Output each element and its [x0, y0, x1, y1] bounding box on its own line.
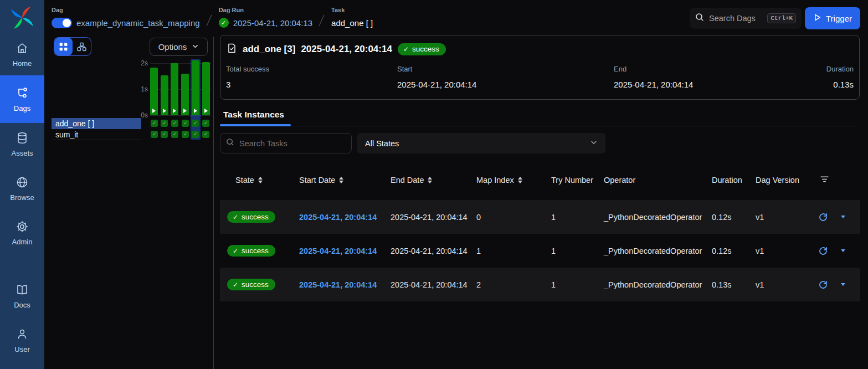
dags-icon — [16, 86, 29, 100]
run-type-play-icon — [204, 109, 208, 113]
sidebar-item-assets[interactable]: Assets — [0, 129, 44, 160]
run-type-play-icon — [152, 109, 156, 113]
stat-total-success: Total success 3 — [226, 65, 397, 89]
clear-task-button[interactable] — [819, 280, 828, 289]
tab-task-instances[interactable]: Task Instances — [223, 110, 284, 120]
column-header-label: Duration — [712, 176, 742, 184]
options-button-label: Options — [158, 42, 187, 52]
sort-icon[interactable] — [258, 177, 263, 183]
run-duration-bar[interactable] — [150, 68, 158, 115]
status-badge: ✓ success — [398, 43, 446, 55]
options-button[interactable]: Options — [150, 38, 208, 56]
task-summary-card: add_one [3] 2025-04-21, 20:04:14 ✓ succe… — [220, 35, 860, 100]
column-header-dag-version: Dag Version — [756, 176, 809, 184]
try-number-cell: 1 — [551, 280, 604, 289]
operator-cell: _PythonDecoratedOperator — [604, 280, 712, 289]
column-header-operator: Operator — [604, 176, 712, 184]
task-instance-square-success[interactable]: ✓ — [182, 120, 189, 127]
run-type-play-icon — [183, 109, 187, 113]
tabs-bar: Task Instances — [220, 108, 860, 127]
run-duration-bar[interactable] — [202, 62, 210, 115]
dag-version-cell: v1 — [756, 280, 809, 289]
task-search-box[interactable] — [220, 133, 352, 153]
sort-icon[interactable] — [339, 177, 343, 183]
column-header-start-date[interactable]: Start Date — [299, 176, 391, 184]
graph-view-button[interactable] — [73, 38, 91, 55]
task-instance-square-success[interactable]: ✓ — [202, 120, 209, 127]
grid-view-button[interactable] — [54, 38, 73, 55]
task-instance-square-success[interactable]: ✓ — [202, 131, 209, 138]
check-icon: ✓ — [233, 248, 238, 254]
clear-task-button[interactable] — [819, 213, 828, 222]
task-instance-square-success[interactable]: ✓ — [151, 120, 158, 127]
airflow-logo[interactable] — [10, 6, 34, 30]
table-row[interactable]: ✓success2025-04-21, 20:04:142025-04-21, … — [220, 268, 860, 301]
run-duration-bar[interactable] — [181, 74, 189, 115]
task-instance-square-success[interactable]: ✓ — [161, 120, 168, 127]
table-header: StateStart DateEnd DateMap IndexTry Numb… — [220, 169, 860, 191]
column-header-map-index[interactable]: Map Index — [476, 176, 551, 184]
dag-pause-toggle[interactable] — [52, 18, 72, 28]
clear-task-button[interactable] — [819, 247, 828, 255]
sidebar-item-docs[interactable]: Docs — [0, 280, 44, 311]
column-filter-icon[interactable] — [809, 175, 860, 186]
duration-cell: 0.13s — [712, 280, 756, 289]
try-number-cell: 1 — [551, 213, 604, 222]
tabs-divider — [220, 126, 860, 126]
task-row-label[interactable]: sum_it — [52, 129, 141, 140]
panel-divider[interactable] — [213, 37, 214, 369]
sidebar-item-label: User — [14, 345, 29, 353]
run-duration-bar[interactable] — [171, 63, 178, 115]
admin-icon — [16, 220, 29, 233]
sidebar-item-user[interactable]: User — [0, 325, 44, 356]
task-instance-square-success[interactable]: ✓ — [161, 131, 168, 138]
run-type-play-icon — [163, 109, 166, 113]
task-instance-square-success[interactable]: ✓ — [171, 131, 178, 138]
column-header-end-date[interactable]: End Date — [391, 176, 476, 184]
task-instance-square-success[interactable]: ✓ — [182, 131, 189, 138]
table-row[interactable]: ✓success2025-04-21, 20:04:142025-04-21, … — [220, 200, 860, 234]
task-instance-square-success[interactable]: ✓ — [151, 131, 158, 138]
chevron-down-icon — [192, 42, 199, 52]
task-search-input[interactable] — [239, 139, 346, 148]
run-duration-bar[interactable] — [192, 60, 199, 115]
sidebar-item-browse[interactable]: Browse — [0, 173, 44, 204]
status-badge: ✓success — [227, 279, 275, 291]
task-timestamp: 2025-04-21, 20:04:14 — [301, 44, 392, 55]
state-filter-value: All States — [365, 139, 590, 148]
task-instance-square-success[interactable]: ✓ — [192, 131, 199, 138]
task-instance-square-success[interactable]: ✓ — [192, 120, 199, 127]
start-date-link[interactable]: 2025-04-21, 20:04:14 — [299, 280, 377, 289]
start-date-link[interactable]: 2025-04-21, 20:04:14 — [299, 213, 377, 222]
sidebar-item-label: Admin — [12, 238, 33, 246]
sort-icon[interactable] — [518, 177, 522, 183]
task-row-label[interactable]: add_one [ ] — [52, 118, 141, 129]
sidebar-item-dags[interactable]: Dags — [0, 75, 44, 123]
row-menu-caret[interactable] — [841, 216, 845, 218]
run-duration-bar[interactable] — [161, 75, 168, 115]
sidebar-item-label: Docs — [14, 301, 30, 309]
column-header-state[interactable]: State — [220, 176, 299, 184]
breadcrumb-dag: Dag example_dynamic_task_mapping — [52, 7, 200, 29]
status-badge: ✓success — [227, 211, 275, 223]
sidebar-item-admin[interactable]: Admin — [0, 217, 44, 248]
run-type-play-icon — [173, 109, 176, 113]
column-header-label: End Date — [391, 176, 424, 184]
column-header-duration: Duration — [712, 176, 756, 184]
row-menu-caret[interactable] — [841, 249, 845, 252]
docs-icon — [16, 283, 29, 296]
task-instance-square-success[interactable]: ✓ — [171, 120, 178, 127]
y-axis-tick: 2s — [131, 59, 148, 67]
user-icon — [16, 327, 29, 341]
state-filter-select[interactable]: All States — [357, 133, 605, 153]
check-icon: ✓ — [403, 46, 409, 53]
view-toggle-group — [54, 37, 91, 56]
row-menu-caret[interactable] — [841, 283, 845, 286]
start-date-link[interactable]: 2025-04-21, 20:04:14 — [299, 247, 377, 255]
table-row[interactable]: ✓success2025-04-21, 20:04:142025-04-21, … — [220, 234, 860, 268]
sort-icon[interactable] — [428, 177, 432, 183]
stat-end: End 2025-04-21, 20:04:14 — [614, 65, 826, 89]
dag-name-link[interactable]: example_dynamic_task_mapping — [76, 18, 200, 28]
breadcrumb-separator — [202, 7, 217, 29]
sidebar-item-home[interactable]: Home — [0, 39, 44, 70]
